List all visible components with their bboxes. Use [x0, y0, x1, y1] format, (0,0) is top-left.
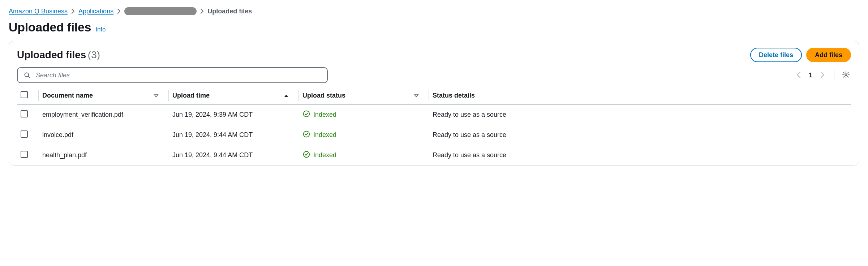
- sort-indicator-icon: [154, 93, 159, 98]
- column-header-time[interactable]: Upload time: [169, 87, 299, 105]
- cell-upload-status: Indexed: [299, 105, 429, 125]
- table-settings-button[interactable]: [841, 70, 851, 80]
- panel-count: (3): [88, 49, 100, 60]
- search-input[interactable]: [17, 67, 328, 83]
- check-circle-icon: [302, 130, 310, 140]
- status-text: Indexed: [313, 131, 336, 139]
- column-header-status[interactable]: Upload status: [299, 87, 429, 105]
- cell-document-name: invoice.pdf: [39, 125, 169, 145]
- page-heading: Uploaded files Info: [9, 20, 859, 34]
- controls-row: 1: [17, 67, 851, 83]
- column-header-label: Document name: [42, 92, 93, 99]
- table-header-row: Document name Upload time: [17, 87, 851, 105]
- chevron-right-icon: [200, 9, 204, 14]
- breadcrumb-link-applications[interactable]: Applications: [78, 8, 113, 15]
- row-checkbox[interactable]: [21, 110, 28, 117]
- svg-point-4: [304, 151, 310, 158]
- column-header-details: Status details: [429, 87, 851, 105]
- chevron-right-icon: [71, 9, 75, 14]
- table-row: employment_verification.pdfJun 19, 2024,…: [17, 105, 851, 125]
- column-header-label: Upload time: [172, 92, 210, 99]
- table-row: invoice.pdfJun 19, 2024, 9:44 AM CDTInde…: [17, 125, 851, 145]
- cell-upload-status: Indexed: [299, 145, 429, 166]
- pagination-next-button[interactable]: [817, 70, 828, 80]
- sort-indicator-icon: [414, 93, 419, 98]
- divider: [834, 70, 834, 80]
- files-table: Document name Upload time: [17, 87, 851, 165]
- cell-upload-time: Jun 19, 2024, 9:44 AM CDT: [169, 145, 299, 166]
- search-wrap: [17, 67, 328, 83]
- chevron-right-icon: [820, 72, 825, 79]
- table-row: health_plan.pdfJun 19, 2024, 9:44 AM CDT…: [17, 145, 851, 166]
- check-circle-icon: [302, 110, 310, 120]
- panel-title: Uploaded files: [17, 49, 86, 60]
- breadcrumb-redacted: [124, 7, 197, 15]
- svg-point-2: [304, 111, 310, 117]
- add-files-button[interactable]: Add files: [806, 48, 851, 62]
- files-panel: Uploaded files (3) Delete files Add file…: [9, 41, 859, 166]
- cell-status-details: Ready to use as a source: [429, 105, 851, 125]
- gear-icon: [842, 71, 850, 80]
- column-header-select: [17, 87, 39, 105]
- pagination-prev-button[interactable]: [794, 70, 804, 80]
- column-header-label: Upload status: [302, 92, 345, 99]
- chevron-left-icon: [796, 72, 801, 79]
- chevron-right-icon: [117, 9, 121, 14]
- delete-files-button[interactable]: Delete files: [750, 48, 802, 62]
- check-circle-icon: [302, 150, 310, 160]
- breadcrumb: Amazon Q Business Applications Uploaded …: [9, 7, 859, 15]
- sort-asc-icon: [284, 93, 289, 98]
- cell-status-details: Ready to use as a source: [429, 145, 851, 166]
- row-checkbox[interactable]: [21, 151, 28, 158]
- cell-upload-time: Jun 19, 2024, 9:39 AM CDT: [169, 105, 299, 125]
- cell-status-details: Ready to use as a source: [429, 125, 851, 145]
- svg-point-1: [845, 74, 847, 76]
- pagination: 1: [794, 70, 851, 80]
- status-text: Indexed: [313, 111, 336, 119]
- column-header-name[interactable]: Document name: [39, 87, 169, 105]
- breadcrumb-link-root[interactable]: Amazon Q Business: [9, 8, 68, 15]
- select-all-checkbox[interactable]: [21, 91, 28, 98]
- column-header-label: Status details: [433, 92, 475, 99]
- cell-document-name: health_plan.pdf: [39, 145, 169, 166]
- cell-upload-time: Jun 19, 2024, 9:44 AM CDT: [169, 125, 299, 145]
- svg-point-3: [304, 131, 310, 137]
- pagination-page: 1: [809, 72, 812, 79]
- breadcrumb-current: Uploaded files: [207, 8, 252, 15]
- row-checkbox[interactable]: [21, 130, 28, 138]
- page-title: Uploaded files: [9, 20, 91, 34]
- cell-upload-status: Indexed: [299, 125, 429, 145]
- status-text: Indexed: [313, 151, 336, 159]
- info-link[interactable]: Info: [95, 26, 106, 33]
- cell-document-name: employment_verification.pdf: [39, 105, 169, 125]
- panel-actions: Delete files Add files: [750, 48, 851, 62]
- panel-header: Uploaded files (3) Delete files Add file…: [17, 48, 851, 62]
- panel-title-wrap: Uploaded files (3): [17, 49, 100, 61]
